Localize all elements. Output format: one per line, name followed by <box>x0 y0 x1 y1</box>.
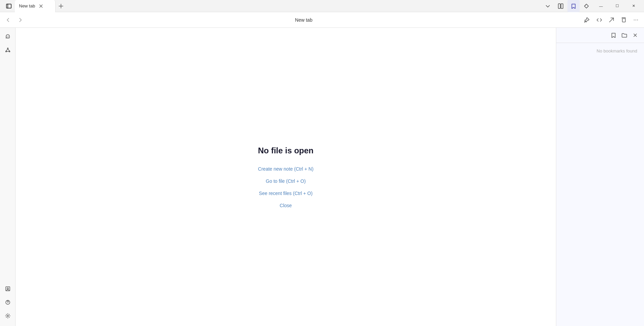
forward-button[interactable] <box>15 15 26 25</box>
sidebar-item-network[interactable] <box>2 44 14 56</box>
pin-icon <box>584 17 590 23</box>
add-tab-button[interactable] <box>56 1 66 12</box>
svg-line-20 <box>8 49 9 51</box>
tab-label: New tab <box>19 3 35 8</box>
copy-icon <box>621 17 626 23</box>
sidebar-item-help[interactable] <box>2 296 14 308</box>
bookmark-panel-button[interactable] <box>567 0 580 12</box>
code-icon <box>597 17 602 23</box>
tab-strip: New tab <box>15 0 542 12</box>
chevron-down-icon <box>545 3 550 9</box>
svg-rect-6 <box>558 4 560 8</box>
toolbar-right <box>582 15 641 25</box>
bookmark-panel-icon <box>571 3 576 9</box>
sidebar-item-bookmark[interactable] <box>2 283 14 295</box>
copy-button[interactable] <box>618 15 629 25</box>
title-bar: New tab <box>0 0 644 12</box>
bookmark-folder-button[interactable] <box>620 30 629 40</box>
back-icon <box>5 17 11 23</box>
title-bar-left <box>0 0 15 12</box>
see-recent-files-link[interactable]: See recent files (Ctrl + O) <box>259 191 312 196</box>
bookmarks-close-icon <box>632 32 638 38</box>
sidebar-item-settings[interactable] <box>2 310 14 322</box>
sidebar <box>0 28 16 326</box>
bookmark-add-button[interactable] <box>609 30 618 40</box>
tab-close-button[interactable] <box>38 3 44 9</box>
go-to-file-link[interactable]: Go to file (Ctrl + O) <box>266 178 306 184</box>
svg-point-25 <box>7 304 8 304</box>
svg-point-8 <box>585 5 586 5</box>
back-button[interactable] <box>3 15 14 25</box>
svg-line-9 <box>609 18 614 22</box>
code-button[interactable] <box>594 15 605 25</box>
svg-point-12 <box>636 20 636 20</box>
more-options-icon <box>633 17 639 23</box>
navigate-icon <box>609 17 614 23</box>
close-window-button[interactable]: ✕ <box>626 0 641 12</box>
more-options-button[interactable] <box>630 15 641 25</box>
help-icon <box>5 300 11 305</box>
maximize-button[interactable]: ☐ <box>609 0 625 12</box>
tag-button[interactable] <box>580 0 593 12</box>
content-area: No file is open Create new note (Ctrl + … <box>16 28 644 326</box>
tab-close-icon <box>38 3 44 9</box>
minimize-button[interactable]: — <box>593 0 609 12</box>
no-bookmarks-message: No bookmarks found <box>597 48 637 53</box>
network-icon <box>5 47 11 53</box>
bookmark-add-icon <box>611 32 616 38</box>
main-content: No file is open Create new note (Ctrl + … <box>16 28 556 326</box>
sidebar-toggle-icon <box>6 3 12 9</box>
bookmarks-close-button[interactable] <box>630 30 640 40</box>
forward-icon <box>18 17 23 23</box>
bookmarks-header <box>556 28 644 43</box>
new-tab[interactable]: New tab <box>15 0 56 12</box>
location-bookmark-icon <box>5 286 11 291</box>
svg-point-26 <box>7 315 8 317</box>
svg-rect-10 <box>622 19 625 22</box>
settings-icon <box>5 313 11 319</box>
toolbar: New tab <box>0 12 644 28</box>
bookmarks-empty: No bookmarks found <box>556 43 644 326</box>
navigate-button[interactable] <box>606 15 617 25</box>
bookmark-folder-icon <box>622 32 627 38</box>
create-new-note-link[interactable]: Create new note (Ctrl + N) <box>258 166 314 172</box>
toolbar-title: New tab <box>27 17 580 23</box>
dropdown-button[interactable] <box>542 0 554 12</box>
title-bar-right: — ☐ ✕ <box>542 0 644 12</box>
close-link[interactable]: Close <box>280 203 292 208</box>
action-links: Create new note (Ctrl + N)Go to file (Ct… <box>258 166 314 208</box>
sidebar-toggle-button[interactable] <box>3 0 15 12</box>
svg-point-13 <box>637 20 638 20</box>
svg-point-14 <box>7 36 7 37</box>
add-tab-icon <box>58 3 64 9</box>
main-layout: No file is open Create new note (Ctrl + … <box>0 28 644 326</box>
bookmarks-panel: No bookmarks found <box>556 28 644 326</box>
svg-point-15 <box>8 36 9 37</box>
layout-button[interactable] <box>555 0 567 12</box>
svg-point-11 <box>634 20 635 20</box>
layout-icon <box>558 3 563 9</box>
ghost-icon <box>5 34 11 39</box>
tag-icon <box>584 3 589 9</box>
svg-rect-0 <box>6 4 11 8</box>
svg-point-23 <box>7 288 8 289</box>
svg-rect-7 <box>561 4 563 8</box>
pin-button[interactable] <box>582 15 593 25</box>
svg-line-19 <box>6 49 8 51</box>
sidebar-item-ghost[interactable] <box>2 30 14 43</box>
no-file-title: No file is open <box>258 146 313 155</box>
